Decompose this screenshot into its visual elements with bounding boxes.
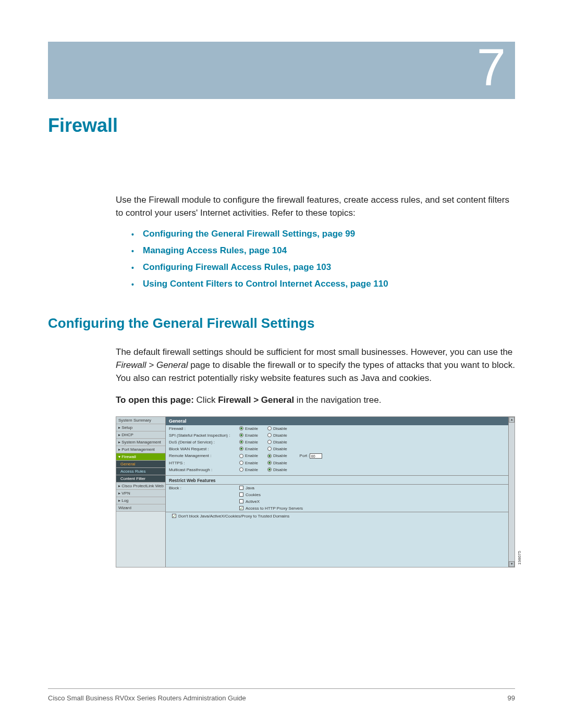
ss-enable-label: Enable bbox=[245, 447, 258, 451]
page-footer: Cisco Small Business RV0xx Series Router… bbox=[48, 688, 515, 702]
ss-enable-option[interactable]: Enable bbox=[239, 467, 258, 472]
ss-enable-option[interactable]: Enable bbox=[239, 453, 258, 458]
checkbox-icon[interactable] bbox=[239, 486, 243, 490]
ss-block-row: Block : Java bbox=[166, 485, 515, 491]
ss-nav-item[interactable]: ▸ Cisco ProtectLink Web bbox=[116, 483, 165, 490]
checkbox-icon[interactable] bbox=[239, 492, 243, 497]
ss-port-input[interactable]: 80 bbox=[310, 453, 322, 459]
ss-setting-row: Block WAN Request :EnableDisable bbox=[166, 446, 515, 452]
radio-icon[interactable] bbox=[267, 461, 272, 465]
ss-enable-label: Enable bbox=[245, 467, 258, 472]
chapter-header-bar: 7 bbox=[48, 42, 515, 99]
ss-disable-label: Disable bbox=[273, 440, 287, 445]
ss-nav-item[interactable]: Wizard bbox=[116, 504, 165, 512]
radio-icon[interactable] bbox=[239, 426, 243, 430]
ss-main-panel: General Firewall :EnableDisableSPI (Stat… bbox=[166, 417, 515, 567]
nav-path: Firewall > General bbox=[116, 360, 188, 370]
ss-block-row: ✓ Access to HTTP Proxy Servers bbox=[166, 505, 515, 512]
ss-disable-option[interactable]: Disable bbox=[267, 453, 287, 458]
radio-icon[interactable] bbox=[239, 454, 243, 458]
checkbox-icon[interactable]: ✓ bbox=[172, 514, 176, 518]
scroll-down-icon[interactable]: ▾ bbox=[509, 561, 515, 567]
toc-link-access-rules[interactable]: Managing Access Rules, page 104 bbox=[131, 245, 515, 256]
radio-icon[interactable] bbox=[239, 440, 243, 444]
footer-title: Cisco Small Business RV0xx Series Router… bbox=[48, 694, 246, 702]
ss-disable-option[interactable]: Disable bbox=[267, 426, 287, 431]
ss-setting-label: Firewall : bbox=[169, 426, 239, 431]
ss-nav-item-firewall[interactable]: ▾ Firewall bbox=[116, 453, 165, 461]
ss-block-row: ActiveX bbox=[166, 498, 515, 505]
embedded-screenshot: System Summary ▸ Setup ▸ DHCP ▸ System M… bbox=[116, 416, 515, 567]
radio-icon[interactable] bbox=[267, 447, 272, 451]
checkbox-icon[interactable]: ✓ bbox=[239, 506, 243, 510]
ss-setting-label: DoS (Denial of Service) : bbox=[169, 440, 239, 445]
ss-nav-item[interactable]: ▸ VPN bbox=[116, 490, 165, 497]
ss-disable-label: Disable bbox=[273, 467, 287, 472]
scrollbar[interactable]: ▴ ▾ bbox=[508, 417, 515, 567]
ss-enable-option[interactable]: Enable bbox=[239, 440, 258, 445]
footer-page-number: 99 bbox=[508, 694, 515, 702]
ss-nav-item[interactable]: System Summary bbox=[116, 417, 165, 424]
radio-icon[interactable] bbox=[239, 433, 243, 437]
ss-disable-label: Disable bbox=[273, 426, 287, 431]
ss-setting-row: SPI (Stateful Packet Inspection) :Enable… bbox=[166, 432, 515, 439]
ss-enable-option[interactable]: Enable bbox=[239, 426, 258, 431]
ss-block-opt: ActiveX bbox=[246, 499, 260, 504]
ss-nav-sub-content-filter[interactable]: Content Filter bbox=[116, 475, 165, 483]
ss-setting-row: HTTPS :EnableDisable bbox=[166, 460, 515, 466]
topic-list: Configuring the General Firewall Setting… bbox=[131, 229, 515, 289]
ss-nav-item[interactable]: ▸ Log bbox=[116, 497, 165, 504]
radio-icon[interactable] bbox=[239, 461, 243, 465]
radio-icon[interactable] bbox=[239, 447, 243, 451]
toc-link-content-filters[interactable]: Using Content Filters to Control Interne… bbox=[131, 279, 515, 289]
radio-icon[interactable] bbox=[267, 426, 272, 430]
ss-setting-row: Remote Management :EnableDisablePort : 8… bbox=[166, 452, 515, 460]
radio-icon[interactable] bbox=[267, 454, 272, 458]
open-page-instruction: To open this page: Click Firewall > Gene… bbox=[116, 394, 515, 407]
ss-enable-option[interactable]: Enable bbox=[239, 447, 258, 451]
ss-enable-option[interactable]: Enable bbox=[239, 461, 258, 465]
ss-nav-sub-access-rules[interactable]: Access Rules bbox=[116, 468, 165, 475]
ss-disable-option[interactable]: Disable bbox=[267, 461, 287, 465]
ss-nav-item[interactable]: ▸ Setup bbox=[116, 424, 165, 431]
text: in the navigation tree. bbox=[294, 395, 381, 405]
text: Click bbox=[197, 395, 218, 405]
nav-path-bold: Firewall > General bbox=[218, 395, 294, 405]
chapter-title: Firewall bbox=[48, 115, 515, 137]
ss-disable-option[interactable]: Disable bbox=[267, 467, 287, 472]
ss-disable-option[interactable]: Disable bbox=[267, 447, 287, 451]
ss-port-label: Port : bbox=[300, 453, 310, 458]
figure-number: 198675 bbox=[517, 551, 522, 565]
ss-enable-label: Enable bbox=[245, 453, 258, 458]
radio-icon[interactable] bbox=[267, 440, 272, 444]
ss-nav-item[interactable]: ▸ Port Management bbox=[116, 446, 165, 453]
ss-section-restrict: Restrict Web Features bbox=[166, 475, 515, 485]
ss-trusted-label: Don't block Java/ActiveX/Cookies/Proxy t… bbox=[178, 514, 289, 519]
ss-setting-label: Multicast Passthrough : bbox=[169, 467, 239, 472]
ss-disable-option[interactable]: Disable bbox=[267, 440, 287, 445]
ss-nav-tree: System Summary ▸ Setup ▸ DHCP ▸ System M… bbox=[116, 417, 166, 567]
radio-icon[interactable] bbox=[267, 433, 272, 437]
ss-disable-label: Disable bbox=[273, 433, 287, 438]
ss-panel-header: General bbox=[166, 417, 515, 425]
checkbox-icon[interactable] bbox=[239, 499, 243, 503]
scroll-up-icon[interactable]: ▴ bbox=[509, 417, 515, 423]
ss-disable-option[interactable]: Disable bbox=[267, 433, 287, 438]
ss-setting-label: Block WAN Request : bbox=[169, 447, 239, 451]
ss-nav-sub-general[interactable]: General bbox=[116, 461, 165, 468]
toc-link-general[interactable]: Configuring the General Firewall Setting… bbox=[131, 229, 515, 239]
ss-setting-row: Multicast Passthrough :EnableDisable bbox=[166, 466, 515, 473]
text: The default firewall settings should be … bbox=[116, 347, 512, 357]
radio-icon[interactable] bbox=[239, 467, 243, 472]
radio-icon[interactable] bbox=[267, 467, 272, 472]
ss-nav-item[interactable]: ▸ DHCP bbox=[116, 431, 165, 439]
ss-enable-option[interactable]: Enable bbox=[239, 433, 258, 438]
ss-enable-label: Enable bbox=[245, 433, 258, 438]
toc-link-firewall-access-rules[interactable]: Configuring Firewall Access Rules, page … bbox=[131, 262, 515, 273]
ss-enable-label: Enable bbox=[245, 426, 258, 431]
ss-nav-item[interactable]: ▸ System Management bbox=[116, 439, 165, 446]
section-title: Configuring the General Firewall Setting… bbox=[48, 315, 515, 331]
chapter-number: 7 bbox=[476, 38, 506, 97]
ss-block-label: Block : bbox=[169, 486, 239, 490]
open-label: To open this page: bbox=[116, 395, 197, 405]
